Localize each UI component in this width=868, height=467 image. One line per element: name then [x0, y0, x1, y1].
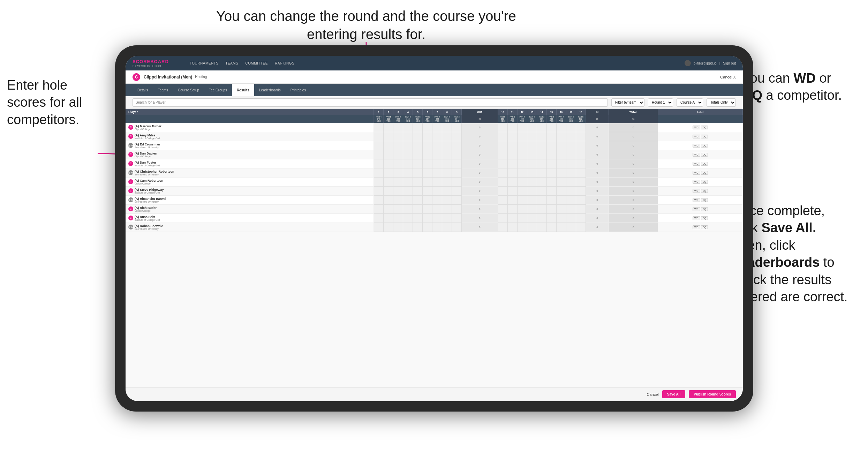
score-cell-hole-18[interactable] — [576, 141, 586, 150]
score-cell-hole-9[interactable] — [452, 223, 462, 232]
score-cell-hole-12[interactable] — [517, 177, 527, 186]
score-cell-hole-5[interactable] — [413, 150, 423, 159]
score-cell-hole-11[interactable] — [507, 204, 517, 213]
score-cell-hole-12[interactable] — [517, 159, 527, 168]
wd-button[interactable]: WD — [693, 189, 700, 193]
score-cell-hole-14[interactable] — [537, 213, 546, 223]
wd-button[interactable]: WD — [693, 180, 700, 184]
score-cell-hole-17[interactable] — [566, 213, 576, 223]
score-cell-hole-8[interactable] — [442, 159, 452, 168]
score-cell-hole-8[interactable] — [442, 223, 452, 232]
score-cell-hole-17[interactable] — [566, 150, 576, 159]
cancel-top-button[interactable]: Cancel X — [720, 75, 736, 79]
score-cell-hole-12[interactable] — [517, 132, 527, 141]
totals-only-select[interactable]: Totals Only — [707, 98, 736, 107]
score-cell-hole-16[interactable] — [556, 141, 566, 150]
score-cell-hole-17[interactable] — [566, 159, 576, 168]
score-cell-hole-13[interactable] — [527, 141, 537, 150]
score-cell-hole-16[interactable] — [556, 186, 566, 195]
wd-button[interactable]: WD — [693, 153, 700, 157]
score-cell-hole-14[interactable] — [537, 141, 546, 150]
wd-button[interactable]: WD — [693, 126, 700, 129]
score-cell-hole-12[interactable] — [517, 150, 527, 159]
score-cell-hole-16[interactable] — [556, 150, 566, 159]
score-cell-hole-4[interactable] — [403, 223, 413, 232]
score-cell-hole-7[interactable] — [432, 159, 442, 168]
score-cell-hole-2[interactable] — [384, 168, 393, 177]
wd-button[interactable]: WD — [693, 171, 700, 175]
score-cell-hole-9[interactable] — [452, 141, 462, 150]
score-cell-hole-8[interactable] — [442, 177, 452, 186]
nav-tournaments[interactable]: TOURNAMENTS — [190, 61, 219, 65]
score-cell-hole-15[interactable] — [546, 123, 556, 132]
score-cell-hole-5[interactable] — [413, 223, 423, 232]
dq-button[interactable]: DQ — [701, 207, 708, 211]
nav-rankings[interactable]: RANKINGS — [275, 61, 294, 65]
score-cell-hole-5[interactable] — [413, 159, 423, 168]
score-cell-hole-10[interactable] — [498, 213, 507, 223]
score-cell-hole-6[interactable] — [423, 195, 432, 204]
score-cell-hole-1[interactable] — [374, 223, 384, 232]
score-cell-hole-9[interactable] — [452, 177, 462, 186]
score-cell-hole-18[interactable] — [576, 177, 586, 186]
wd-button[interactable]: WD — [693, 135, 700, 138]
score-cell-hole-11[interactable] — [507, 159, 517, 168]
score-cell-hole-7[interactable] — [432, 204, 442, 213]
score-cell-hole-18[interactable] — [576, 159, 586, 168]
score-cell-hole-3[interactable] — [393, 186, 403, 195]
score-cell-hole-10[interactable] — [498, 204, 507, 213]
score-cell-hole-12[interactable] — [517, 195, 527, 204]
score-cell-hole-1[interactable] — [374, 213, 384, 223]
score-cell-hole-5[interactable] — [413, 177, 423, 186]
score-cell-hole-10[interactable] — [498, 141, 507, 150]
score-cell-hole-3[interactable] — [393, 141, 403, 150]
score-cell-hole-2[interactable] — [384, 195, 393, 204]
score-cell-hole-18[interactable] — [576, 195, 586, 204]
score-cell-hole-10[interactable] — [498, 223, 507, 232]
wd-button[interactable]: WD — [693, 162, 700, 166]
tab-teams[interactable]: Teams — [153, 84, 173, 96]
score-cell-hole-14[interactable] — [537, 223, 546, 232]
score-cell-hole-13[interactable] — [527, 177, 537, 186]
score-cell-hole-10[interactable] — [498, 150, 507, 159]
score-cell-hole-11[interactable] — [507, 223, 517, 232]
score-cell-hole-6[interactable] — [423, 186, 432, 195]
score-cell-hole-1[interactable] — [374, 177, 384, 186]
score-cell-hole-15[interactable] — [546, 177, 556, 186]
score-cell-hole-13[interactable] — [527, 186, 537, 195]
sign-out-link[interactable]: | — [719, 61, 720, 65]
score-cell-hole-15[interactable] — [546, 150, 556, 159]
score-cell-hole-3[interactable] — [393, 195, 403, 204]
score-cell-hole-9[interactable] — [452, 186, 462, 195]
score-cell-hole-8[interactable] — [442, 195, 452, 204]
score-cell-hole-13[interactable] — [527, 213, 537, 223]
score-cell-hole-1[interactable] — [374, 168, 384, 177]
score-cell-hole-4[interactable] — [403, 168, 413, 177]
score-cell-hole-9[interactable] — [452, 123, 462, 132]
score-cell-hole-9[interactable] — [452, 168, 462, 177]
score-cell-hole-11[interactable] — [507, 213, 517, 223]
score-cell-hole-9[interactable] — [452, 159, 462, 168]
score-cell-hole-14[interactable] — [537, 150, 546, 159]
score-cell-hole-16[interactable] — [556, 223, 566, 232]
score-cell-hole-15[interactable] — [546, 168, 556, 177]
wd-button[interactable]: WD — [693, 207, 700, 211]
wd-button[interactable]: WD — [693, 144, 700, 148]
score-cell-hole-13[interactable] — [527, 150, 537, 159]
score-cell-hole-4[interactable] — [403, 213, 413, 223]
score-cell-hole-3[interactable] — [393, 123, 403, 132]
score-cell-hole-1[interactable] — [374, 159, 384, 168]
publish-button[interactable]: Publish Round Scores — [689, 390, 736, 398]
wd-button[interactable]: WD — [693, 225, 700, 229]
dq-button[interactable]: DQ — [701, 180, 708, 184]
score-cell-hole-6[interactable] — [423, 204, 432, 213]
score-cell-hole-10[interactable] — [498, 132, 507, 141]
score-cell-hole-3[interactable] — [393, 168, 403, 177]
score-cell-hole-13[interactable] — [527, 123, 537, 132]
score-cell-hole-8[interactable] — [442, 204, 452, 213]
score-cell-hole-3[interactable] — [393, 213, 403, 223]
nav-committee[interactable]: COMMITTEE — [245, 61, 268, 65]
score-cell-hole-2[interactable] — [384, 150, 393, 159]
score-cell-hole-1[interactable] — [374, 123, 384, 132]
sign-out-button[interactable]: Sign out — [723, 61, 736, 65]
